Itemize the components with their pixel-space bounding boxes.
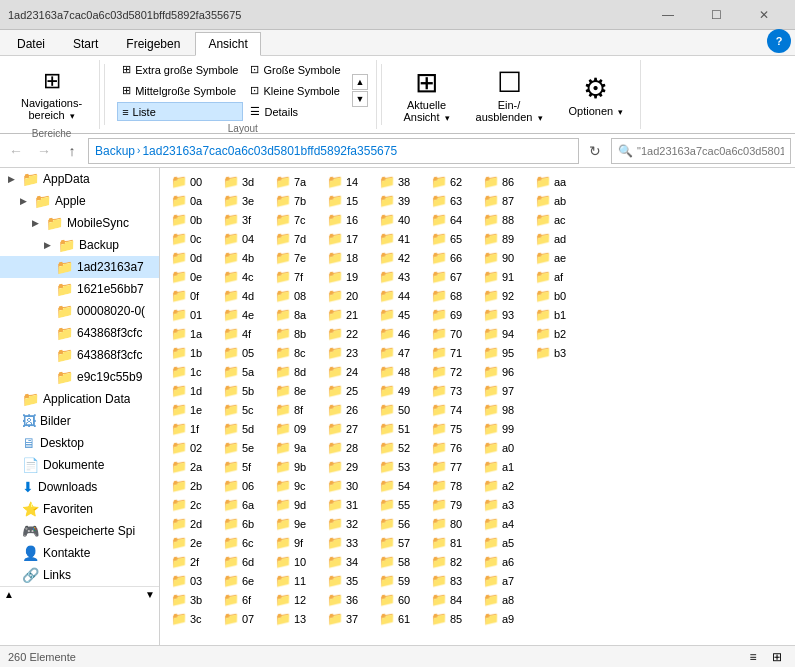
file-item[interactable]: 📁80 (424, 514, 476, 533)
file-item[interactable]: 📁11 (268, 571, 320, 590)
file-item[interactable]: 📁89 (476, 229, 528, 248)
sidebar-item-appdata2[interactable]: ▶ 📁 Application Data (0, 388, 159, 410)
file-item[interactable]: 📁7b (268, 191, 320, 210)
file-item[interactable]: 📁20 (320, 286, 372, 305)
sidebar-item-1621e56bb7[interactable]: 📁 1621e56bb7 (0, 278, 159, 300)
up-button[interactable]: ↑ (60, 139, 84, 163)
file-item[interactable]: 📁42 (372, 248, 424, 267)
file-item[interactable]: 📁1f (164, 419, 216, 438)
file-item[interactable]: 📁33 (320, 533, 372, 552)
file-item[interactable]: 📁02 (164, 438, 216, 457)
file-item[interactable]: 📁56 (372, 514, 424, 533)
sidebar-item-e9c19c55b9[interactable]: 📁 e9c19c55b9 (0, 366, 159, 388)
file-item[interactable]: 📁2c (164, 495, 216, 514)
file-item[interactable]: 📁3e (216, 191, 268, 210)
file-item[interactable]: 📁1a (164, 324, 216, 343)
file-item[interactable]: 📁83 (424, 571, 476, 590)
file-item[interactable]: 📁4f (216, 324, 268, 343)
file-item[interactable]: 📁18 (320, 248, 372, 267)
file-item[interactable]: 📁6b (216, 514, 268, 533)
tab-start[interactable]: Start (60, 32, 111, 55)
sidebar-scroll-up[interactable]: ▲ (4, 589, 14, 600)
file-item[interactable]: 📁09 (268, 419, 320, 438)
file-item[interactable]: 📁7c (268, 210, 320, 229)
file-item[interactable]: 📁8a (268, 305, 320, 324)
address-bar[interactable]: Backup › 1ad23163a7cac0a6c03d5801bffd589… (88, 138, 579, 164)
file-item[interactable]: 📁10 (268, 552, 320, 571)
file-item[interactable]: 📁07 (216, 609, 268, 628)
file-item[interactable]: 📁43 (372, 267, 424, 286)
search-bar[interactable]: 🔍 (611, 138, 791, 164)
mittelgrosse-btn[interactable]: ⊞ Mittelgroße Symbole (117, 81, 243, 100)
file-item[interactable]: 📁71 (424, 343, 476, 362)
file-item[interactable]: 📁25 (320, 381, 372, 400)
file-item[interactable]: 📁8f (268, 400, 320, 419)
file-item[interactable]: 📁40 (372, 210, 424, 229)
breadcrumb-backup[interactable]: Backup (95, 144, 135, 158)
close-button[interactable]: ✕ (741, 0, 787, 30)
help-button[interactable]: ? (767, 29, 791, 53)
minimize-button[interactable]: — (645, 0, 691, 30)
file-item[interactable]: 📁9e (268, 514, 320, 533)
file-item[interactable]: 📁49 (372, 381, 424, 400)
file-item[interactable]: 📁9b (268, 457, 320, 476)
refresh-button[interactable]: ↻ (583, 139, 607, 163)
file-item[interactable]: 📁37 (320, 609, 372, 628)
file-item[interactable]: 📁a8 (476, 590, 528, 609)
tab-datei[interactable]: Datei (4, 32, 58, 55)
file-item[interactable]: 📁67 (424, 267, 476, 286)
file-item[interactable]: 📁5e (216, 438, 268, 457)
file-item[interactable]: 📁0d (164, 248, 216, 267)
file-item[interactable]: 📁88 (476, 210, 528, 229)
file-item[interactable]: 📁06 (216, 476, 268, 495)
file-item[interactable]: 📁47 (372, 343, 424, 362)
file-item[interactable]: 📁9d (268, 495, 320, 514)
file-item[interactable]: 📁86 (476, 172, 528, 191)
file-item[interactable]: 📁a3 (476, 495, 528, 514)
file-item[interactable]: 📁70 (424, 324, 476, 343)
aktuelle-ansicht-button[interactable]: ⊞ AktuelleAnsicht ▾ (394, 62, 458, 128)
file-item[interactable]: 📁2e (164, 533, 216, 552)
sidebar-item-backup[interactable]: ▶ 📁 Backup (0, 234, 159, 256)
file-item[interactable]: 📁36 (320, 590, 372, 609)
file-item[interactable]: 📁a2 (476, 476, 528, 495)
file-item[interactable]: 📁7a (268, 172, 320, 191)
file-item[interactable]: 📁ab (528, 191, 580, 210)
file-item[interactable]: 📁53 (372, 457, 424, 476)
ein-ausblenden-button[interactable]: ☐ Ein-/ausblenden ▾ (467, 62, 552, 128)
file-item[interactable]: 📁22 (320, 324, 372, 343)
file-item[interactable]: 📁3c (164, 609, 216, 628)
sidebar-item-downloads[interactable]: ▶ ⬇ Downloads (0, 476, 159, 498)
file-item[interactable]: 📁87 (476, 191, 528, 210)
file-item[interactable]: 📁0e (164, 267, 216, 286)
file-item[interactable]: 📁92 (476, 286, 528, 305)
file-item[interactable]: 📁64 (424, 210, 476, 229)
file-item[interactable]: 📁99 (476, 419, 528, 438)
file-item[interactable]: 📁9c (268, 476, 320, 495)
file-item[interactable]: 📁04 (216, 229, 268, 248)
file-item[interactable]: 📁2a (164, 457, 216, 476)
sidebar-scroll-down[interactable]: ▼ (145, 589, 155, 600)
file-item[interactable]: 📁b1 (528, 305, 580, 324)
breadcrumb-folder[interactable]: 1ad23163a7cac0a6c03d5801bffd5892fa355675 (142, 144, 397, 158)
file-item[interactable]: 📁75 (424, 419, 476, 438)
file-item[interactable]: 📁65 (424, 229, 476, 248)
sidebar-item-dokumente[interactable]: ▶ 📄 Dokumente (0, 454, 159, 476)
file-item[interactable]: 📁24 (320, 362, 372, 381)
file-item[interactable]: 📁26 (320, 400, 372, 419)
forward-button[interactable]: → (32, 139, 56, 163)
sidebar-item-kontakte[interactable]: ▶ 👤 Kontakte (0, 542, 159, 564)
file-item[interactable]: 📁4e (216, 305, 268, 324)
file-item[interactable]: 📁2d (164, 514, 216, 533)
file-item[interactable]: 📁69 (424, 305, 476, 324)
file-item[interactable]: 📁b3 (528, 343, 580, 362)
file-item[interactable]: 📁94 (476, 324, 528, 343)
file-item[interactable]: 📁32 (320, 514, 372, 533)
file-item[interactable]: 📁5c (216, 400, 268, 419)
file-item[interactable]: 📁79 (424, 495, 476, 514)
file-item[interactable]: 📁34 (320, 552, 372, 571)
file-item[interactable]: 📁93 (476, 305, 528, 324)
file-item[interactable]: 📁72 (424, 362, 476, 381)
file-item[interactable]: 📁3d (216, 172, 268, 191)
file-item[interactable]: 📁59 (372, 571, 424, 590)
